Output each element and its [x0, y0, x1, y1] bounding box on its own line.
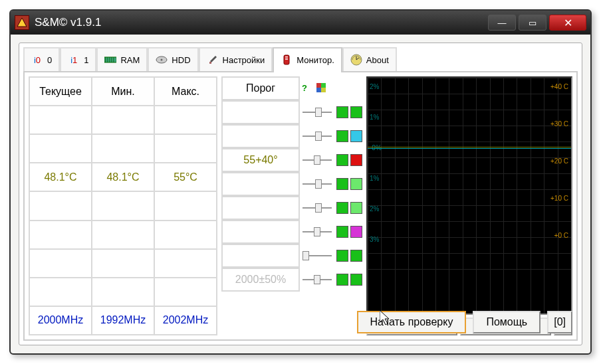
- temp-scale-label: +20 C: [550, 157, 568, 165]
- threshold-slider[interactable]: [302, 202, 332, 214]
- threshold-slider[interactable]: [302, 130, 332, 142]
- y-tick-label: 1%: [370, 114, 379, 121]
- minimize-button[interactable]: —: [488, 15, 516, 31]
- table-row: [29, 278, 217, 306]
- monitor-icon: [281, 54, 293, 66]
- svg-point-8: [161, 59, 163, 61]
- help-icon[interactable]: ?: [302, 83, 312, 94]
- threshold-row: [221, 196, 362, 220]
- tab-cpu0[interactable]: i0 0: [23, 47, 60, 71]
- threshold-slider[interactable]: [302, 178, 332, 190]
- values-table: Текущее Мин. Макс. 48.1°C 48.1°C 55°C 20…: [29, 76, 217, 335]
- tab-label: About: [366, 55, 389, 65]
- color-swatch[interactable]: [350, 226, 362, 238]
- table-row: [29, 134, 217, 163]
- bottom-bar: Начать проверку Помощь [0]: [29, 309, 572, 335]
- threshold-slider[interactable]: [302, 106, 332, 118]
- ram-icon: [104, 54, 116, 66]
- tab-hdd[interactable]: HDD: [148, 47, 198, 71]
- titlebar[interactable]: S&M© v1.9.1 — ▭ ✕: [11, 11, 590, 35]
- y-tick-label: 1%: [370, 175, 379, 182]
- threshold-row: [221, 172, 362, 196]
- color-swatch[interactable]: [350, 274, 362, 286]
- window-title: S&M© v1.9.1: [35, 16, 488, 29]
- status-led[interactable]: [336, 274, 348, 286]
- status-led[interactable]: [336, 154, 348, 166]
- svg-rect-18: [321, 83, 326, 88]
- col-max: Макс.: [154, 77, 217, 106]
- graph-canvas: 2%1%-0%1%2%3%+40 C+30 C+20 C+10 C+0 C: [366, 76, 572, 315]
- temp-scale-label: +10 C: [550, 195, 568, 202]
- threshold-cell: [221, 124, 300, 148]
- status-led[interactable]: [336, 178, 348, 190]
- help-button[interactable]: Помощь: [473, 311, 541, 333]
- threshold-cell: [221, 100, 300, 124]
- threshold-slider[interactable]: [302, 250, 332, 262]
- tab-label: HDD: [172, 55, 190, 65]
- palette-icon[interactable]: [316, 83, 327, 94]
- tab-about[interactable]: About: [342, 47, 397, 71]
- status-led[interactable]: [336, 106, 348, 118]
- table-row: [29, 191, 217, 220]
- svg-rect-20: [321, 88, 326, 92]
- cpu1-icon: i1: [68, 54, 80, 66]
- color-swatch[interactable]: [350, 250, 362, 262]
- cell-current: 48.1°C: [29, 163, 92, 191]
- cell-min: 48.1°C: [92, 163, 154, 191]
- app-window: S&M© v1.9.1 — ▭ ✕ i0 0 i1 1 RAM HDD: [9, 9, 592, 355]
- threshold-cell: 2000±50%: [221, 268, 300, 292]
- graph-area: 2%1%-0%1%2%3%+40 C+30 C+20 C+10 C+0 C Сб…: [366, 76, 572, 335]
- table-row: [29, 221, 217, 249]
- color-swatch[interactable]: [350, 178, 362, 190]
- svg-rect-9: [209, 62, 211, 64]
- color-swatch[interactable]: [350, 130, 362, 142]
- hammer-icon: [207, 54, 219, 66]
- client-area: i0 0 i1 1 RAM HDD Настройки Монитор.: [19, 43, 582, 345]
- status-led[interactable]: [336, 250, 348, 262]
- temp-scale-label: +40 C: [550, 83, 568, 90]
- tab-label: Настройки: [223, 55, 265, 65]
- color-swatch[interactable]: [350, 154, 362, 166]
- threshold-row: [221, 244, 362, 268]
- threshold-row: [221, 100, 362, 124]
- threshold-row: [221, 124, 362, 148]
- col-min: Мин.: [92, 77, 154, 106]
- tab-settings[interactable]: Настройки: [199, 47, 273, 71]
- svg-rect-19: [316, 88, 321, 92]
- count-button[interactable]: [0]: [547, 311, 572, 333]
- svg-marker-0: [17, 18, 27, 27]
- threshold-slider[interactable]: [302, 154, 332, 166]
- temp-scale-label: +0 C: [554, 232, 568, 239]
- tab-monitor[interactable]: Монитор.: [273, 47, 342, 71]
- threshold-cell: 55+40°: [221, 148, 300, 172]
- table-row: [29, 249, 217, 278]
- monitor-panel: Текущее Мин. Макс. 48.1°C 48.1°C 55°C 20…: [23, 71, 578, 341]
- svg-rect-11: [285, 56, 288, 57]
- y-tick-label: 2%: [370, 83, 379, 90]
- col-current: Текущее: [29, 77, 92, 106]
- threshold-slider[interactable]: [302, 226, 332, 238]
- cell-max: 55°C: [154, 163, 217, 191]
- tab-cpu1[interactable]: i1 1: [60, 47, 96, 71]
- tab-label: Монитор.: [297, 55, 334, 65]
- start-check-button[interactable]: Начать проверку: [357, 311, 467, 333]
- tab-label: 0: [47, 55, 52, 65]
- tab-bar: i0 0 i1 1 RAM HDD Настройки Монитор.: [23, 47, 578, 71]
- threshold-slider[interactable]: [302, 274, 332, 286]
- threshold-row: [221, 220, 362, 244]
- status-led[interactable]: [336, 202, 348, 214]
- threshold-cell: [221, 196, 300, 220]
- status-led[interactable]: [336, 130, 348, 142]
- tab-ram[interactable]: RAM: [96, 47, 148, 71]
- svg-rect-17: [316, 83, 321, 88]
- status-led[interactable]: [336, 226, 348, 238]
- close-button[interactable]: ✕: [549, 15, 586, 31]
- threshold-cell: [221, 220, 300, 244]
- tab-label: RAM: [120, 55, 140, 65]
- table-row: [29, 106, 217, 134]
- color-swatch[interactable]: [350, 202, 362, 214]
- temp-scale-label: +30 C: [550, 120, 568, 128]
- color-swatch[interactable]: [350, 106, 362, 118]
- maximize-button[interactable]: ▭: [519, 15, 546, 31]
- about-icon: [350, 54, 362, 66]
